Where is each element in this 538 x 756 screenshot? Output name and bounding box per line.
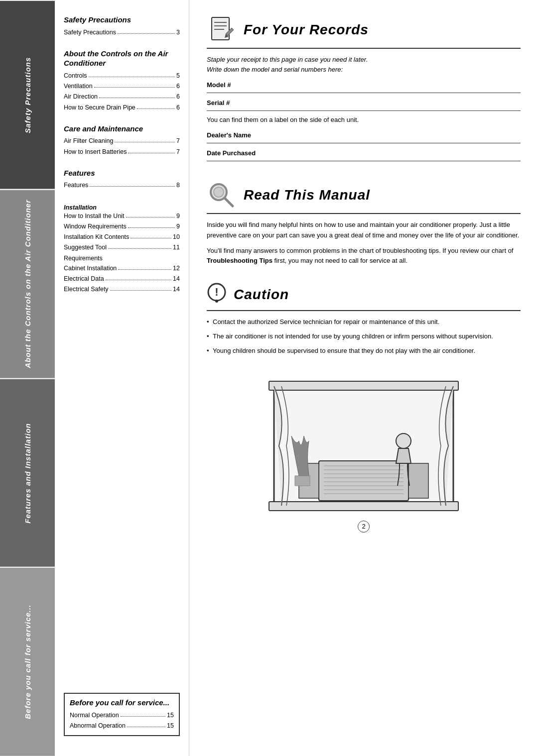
magnifier-icon [207, 180, 237, 210]
svg-rect-13 [319, 461, 408, 501]
toc-page-cabinet: 12 [173, 263, 180, 274]
toc-dots [121, 710, 165, 717]
for-your-records-subtitle: Staple your receipt to this page in case… [207, 55, 521, 74]
sidebar-section-features: Features and Installation [0, 378, 55, 567]
svg-rect-12 [269, 502, 458, 511]
toc-item-normal-op: Normal Operation 15 [70, 710, 174, 721]
toc-label-ventilation: Ventilation [64, 81, 93, 92]
toc-heading-controls: About the Controls on the Air Conditione… [64, 49, 180, 68]
svg-point-24 [396, 433, 411, 448]
toc-label-air-direction: Air Direction [64, 92, 98, 102]
toc-page-batteries: 7 [176, 147, 180, 157]
toc-heading-service: Before you call for service... [70, 698, 174, 708]
window-ac-illustration [207, 376, 521, 516]
toc-label-abnormal-op: Abnormal Operation [70, 721, 126, 731]
toc-label-drain-pipe: How to Secure Drain Pipe [64, 103, 135, 113]
sidebar-section-safety: Safety Precautions [0, 0, 55, 189]
read-manual-para2-start: You'll find many answers to common probl… [207, 247, 513, 254]
toc-item-drain-pipe: How to Secure Drain Pipe 6 [64, 103, 180, 113]
notepad-icon [207, 15, 237, 45]
toc-heading-installation: Installation [64, 204, 180, 211]
table-of-contents: Safety Precautions Safety Precautions 3 … [55, 0, 189, 756]
toc-care-maintenance: Care and Maintenance Air Filter Cleaning… [64, 124, 180, 157]
toc-dots [128, 146, 175, 153]
svg-line-6 [225, 198, 233, 206]
page-number-row: 2 [207, 521, 521, 533]
for-your-records-section: For Your Records Staple your receipt to … [207, 15, 521, 166]
caution-bullet-2: The air conditioner is not intended for … [207, 331, 521, 342]
model-line [207, 90, 521, 93]
toc-label-safety-precautions: Safety Precautions [64, 27, 116, 38]
dealer-label: Dealer's Name [207, 131, 251, 139]
toc-page-air-direction: 6 [176, 92, 180, 102]
toc-item-batteries: How to Insert Batteries 7 [64, 147, 180, 157]
toc-item-suggested-tool: Suggested Tool 11 [64, 242, 180, 253]
toc-dots [89, 70, 175, 77]
toc-item-electrical-safety: Electrical Safety 14 [64, 284, 180, 295]
toc-dots [118, 27, 175, 34]
toc-item-cabinet: Cabinet Installation 12 [64, 263, 180, 274]
toc-label-batteries: How to Insert Batteries [64, 147, 127, 157]
toc-heading-safety: Safety Precautions [64, 15, 180, 25]
toc-item-electrical-data: Electrical Data 14 [64, 274, 180, 284]
date-field: Date Purchased [207, 148, 521, 161]
serial-field: Serial # [207, 98, 521, 111]
find-label-text: You can find them on a label on the side… [207, 116, 521, 123]
read-this-manual-title-row: Read This Manual [207, 180, 521, 214]
model-label: Model # [207, 81, 231, 89]
toc-dots [110, 284, 171, 291]
toc-installation: Installation How to Install the Unit 9 W… [64, 202, 180, 295]
toc-label-electrical-data: Electrical Data [64, 274, 104, 284]
read-manual-para2-bold: Troubleshooting Tips [207, 257, 272, 264]
toc-page-normal-op: 15 [167, 710, 174, 721]
toc-item-air-filter: Air Filter Cleaning 7 [64, 136, 180, 146]
caution-bullet-1: Contact the authorized Service technicia… [207, 317, 521, 327]
toc-item-air-direction: Air Direction 6 [64, 92, 180, 102]
toc-controls: About the Controls on the Air Conditione… [64, 49, 180, 113]
toc-label-install-kit: Installation Kit Contents [64, 232, 129, 242]
serial-line [207, 108, 521, 111]
svg-point-9 [215, 300, 218, 303]
svg-point-5 [214, 187, 224, 197]
caution-bullet-3: Young children should be supervised to e… [207, 346, 521, 356]
toc-page-electrical-data: 14 [173, 274, 180, 284]
toc-label-suggested-tool: Suggested Tool [64, 242, 107, 253]
sidebar-section-service: Before you call for service... [0, 567, 55, 756]
toc-page-install-kit: 10 [173, 232, 180, 242]
toc-dots [90, 180, 175, 187]
read-manual-para2-end: first, you may not need to call for serv… [272, 257, 407, 264]
toc-item-abnormal-op: Abnormal Operation 15 [70, 721, 174, 731]
toc-label-features: Features [64, 180, 88, 191]
svg-rect-25 [295, 476, 310, 486]
dealer-line [207, 140, 521, 143]
toc-heading-care: Care and Maintenance [64, 124, 180, 134]
toc-dots [106, 273, 172, 280]
toc-page-drain-pipe: 6 [176, 103, 180, 113]
toc-requirements-cont: Requirements [64, 253, 180, 263]
toc-heading-features: Features [64, 168, 180, 178]
serial-label: Serial # [207, 99, 230, 107]
toc-label-controls: Controls [64, 71, 87, 81]
date-label: Date Purchased [207, 149, 256, 157]
toc-page-abnormal-op: 15 [167, 721, 174, 731]
svg-text:!: ! [215, 286, 218, 298]
toc-page-install-unit: 9 [176, 211, 180, 221]
toc-page-safety-precautions: 3 [176, 27, 180, 38]
toc-label-window-req: Window Requirements [64, 221, 127, 232]
toc-item-ventilation: Ventilation 6 [64, 81, 180, 92]
sidebar: Safety Precautions About the Controls on… [0, 0, 55, 756]
illustration-svg [259, 376, 468, 516]
toc-features: Features Features 8 [64, 168, 180, 191]
toc-dots [99, 91, 175, 98]
toc-item-features: Features 8 [64, 180, 180, 191]
toc-item-controls: Controls 5 [64, 71, 180, 81]
main-content: For Your Records Staple your receipt to … [189, 0, 538, 756]
toc-dots [94, 81, 175, 88]
toc-item-install-unit: How to Install the Unit 9 [64, 211, 180, 221]
caution-section: ! Caution Contact the authorized Service… [207, 282, 521, 360]
page-number: 2 [358, 521, 370, 533]
toc-before-service: Before you call for service... Normal Op… [64, 693, 180, 736]
for-your-records-title: For Your Records [244, 22, 369, 38]
toc-label-electrical-safety: Electrical Safety [64, 284, 109, 295]
svg-rect-23 [408, 463, 428, 498]
